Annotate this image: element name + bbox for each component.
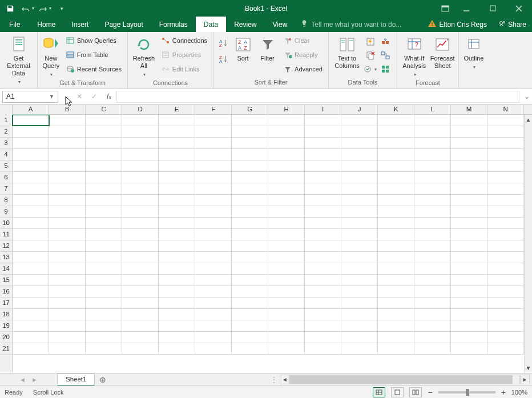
cell[interactable] (122, 286, 159, 297)
hscroll-track[interactable] (289, 375, 520, 384)
cell[interactable] (159, 229, 195, 240)
cell[interactable] (305, 332, 341, 343)
cell[interactable] (232, 343, 268, 354)
cell[interactable] (159, 218, 195, 228)
tab-page-layout[interactable]: Page Layout (96, 17, 151, 32)
sort-asc-button[interactable]: AZ (217, 37, 229, 49)
cell[interactable] (451, 195, 487, 206)
maximize-button[interactable] (479, 0, 506, 17)
cell[interactable] (451, 332, 487, 343)
cell[interactable] (159, 263, 195, 274)
cell[interactable] (341, 309, 378, 320)
cell[interactable] (487, 183, 524, 194)
cell[interactable] (159, 115, 195, 126)
column-header[interactable]: B (49, 104, 86, 114)
cell[interactable] (487, 195, 524, 206)
cell[interactable] (122, 149, 159, 160)
cell[interactable] (159, 332, 195, 343)
cell[interactable] (13, 183, 49, 194)
cell[interactable] (195, 309, 232, 320)
cell[interactable] (13, 218, 49, 228)
cell[interactable] (232, 183, 268, 194)
cell[interactable] (122, 172, 159, 183)
cell[interactable] (451, 343, 487, 354)
cell[interactable] (159, 195, 195, 206)
cell[interactable] (341, 218, 378, 228)
cell[interactable] (305, 149, 341, 160)
cell[interactable] (487, 320, 524, 331)
tell-me-search[interactable]: Tell me what you want to do... (295, 17, 401, 32)
cell[interactable] (232, 286, 268, 297)
cell[interactable] (451, 138, 487, 148)
cell[interactable] (305, 206, 341, 217)
remove-duplicates-button[interactable] (364, 49, 377, 62)
cell[interactable] (414, 183, 451, 194)
cell[interactable] (49, 332, 86, 343)
column-header[interactable]: K (378, 104, 414, 114)
cell[interactable] (86, 160, 122, 171)
cell[interactable] (414, 252, 451, 263)
cell[interactable] (268, 286, 305, 297)
cell[interactable] (451, 172, 487, 183)
name-box-dropdown-icon[interactable]: ▼ (49, 94, 54, 99)
zoom-out-button[interactable]: − (428, 388, 432, 397)
cell[interactable] (195, 172, 232, 183)
cell[interactable] (49, 115, 86, 126)
cell[interactable] (487, 172, 524, 183)
cell[interactable] (13, 263, 49, 274)
cell[interactable] (268, 126, 305, 137)
cell[interactable] (86, 149, 122, 160)
flash-fill-button[interactable] (364, 35, 377, 48)
cell[interactable] (13, 229, 49, 240)
cell[interactable] (13, 332, 49, 343)
filter-button[interactable]: Filter (256, 34, 279, 62)
connections-button[interactable]: Connections (159, 34, 209, 47)
cell[interactable] (195, 195, 232, 206)
cell[interactable] (487, 126, 524, 137)
cell[interactable] (414, 275, 451, 286)
what-if-analysis-button[interactable]: ? What-If Analysis ▾ (401, 34, 428, 78)
forecast-sheet-button[interactable]: Forecast Sheet (430, 34, 455, 70)
cell[interactable] (13, 286, 49, 297)
cell[interactable] (195, 115, 232, 126)
column-header[interactable]: C (86, 104, 122, 114)
cell[interactable] (122, 298, 159, 308)
share-button[interactable]: Share (493, 20, 532, 29)
cell[interactable] (451, 218, 487, 228)
consolidate-button[interactable] (379, 35, 392, 48)
cell[interactable] (122, 275, 159, 286)
tab-data[interactable]: Data (196, 17, 226, 32)
cell[interactable] (195, 275, 232, 286)
row-header[interactable]: 12 (0, 240, 12, 252)
scroll-right-button[interactable]: ► (520, 375, 530, 384)
cell[interactable] (378, 252, 414, 263)
cell[interactable] (487, 343, 524, 354)
cell[interactable] (451, 263, 487, 274)
row-header[interactable]: 10 (0, 218, 12, 229)
cell[interactable] (159, 286, 195, 297)
normal-view-button[interactable] (373, 387, 385, 397)
cell[interactable] (414, 149, 451, 160)
cell[interactable] (195, 252, 232, 263)
cell[interactable] (378, 195, 414, 206)
cell[interactable] (49, 240, 86, 251)
zoom-level[interactable]: 100% (511, 389, 527, 396)
column-header[interactable]: D (122, 104, 159, 114)
cell[interactable] (414, 218, 451, 228)
cell[interactable] (487, 160, 524, 171)
expand-formula-bar-icon[interactable]: ⌄ (522, 93, 532, 100)
tab-insert[interactable]: Insert (63, 17, 96, 32)
cell[interactable] (195, 343, 232, 354)
cell[interactable] (49, 183, 86, 194)
insert-function-button[interactable]: fx (102, 93, 116, 100)
cell[interactable] (268, 298, 305, 308)
cell[interactable] (378, 206, 414, 217)
row-header[interactable]: 21 (0, 343, 12, 355)
cell[interactable] (86, 218, 122, 228)
close-button[interactable] (506, 0, 532, 17)
cell[interactable] (122, 263, 159, 274)
cell[interactable] (451, 160, 487, 171)
cell[interactable] (122, 183, 159, 194)
ribbon-display-options-icon[interactable] (437, 0, 453, 17)
cell[interactable] (268, 240, 305, 251)
